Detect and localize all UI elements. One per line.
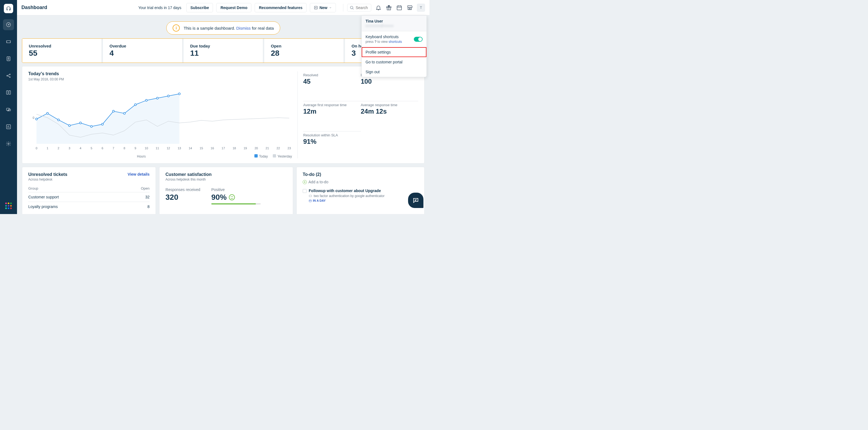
svg-point-52 [156,97,158,99]
trends-subtitle: 1st May 2018, 03:00 PM [28,78,292,81]
user-email: xxxxxxxxx@xxxxxx [366,24,423,28]
table-row[interactable]: Customer support32 [28,192,150,202]
calendar-small-icon [309,199,312,202]
svg-point-47 [101,123,103,125]
customer-portal-link[interactable]: Go to customer portal [362,57,427,67]
search-icon [350,5,354,10]
notifications-icon[interactable] [375,4,382,11]
subscribe-button[interactable]: Subscribe [186,3,213,12]
svg-text:6: 6 [101,147,103,150]
svg-text:21: 21 [266,147,269,150]
sign-out-link[interactable]: Sign out [362,67,427,77]
svg-text:5: 5 [91,147,92,150]
svg-point-48 [113,110,115,112]
svg-text:1: 1 [46,147,48,150]
svg-point-54 [178,93,180,95]
nav-tickets[interactable] [3,36,14,47]
todo-title: To-do (2) [303,172,418,177]
view-details-link[interactable]: View details [128,172,150,177]
svg-text:13: 13 [178,147,181,150]
svg-point-4 [7,75,7,76]
nav-social[interactable] [3,70,14,81]
todo-item[interactable]: Followup with customer about Upgrade two… [303,188,418,202]
svg-point-53 [167,95,169,97]
svg-text:23: 23 [288,147,291,150]
svg-text:18: 18 [233,147,236,150]
svg-text:0: 0 [36,147,37,150]
header: Dashboard Your trial ends in 17 days Sub… [17,0,430,16]
shortcuts-link[interactable]: shortcuts [389,40,402,43]
calendar-icon[interactable] [396,4,403,11]
stat-due-today[interactable]: Due today11 [184,39,263,63]
divider [343,4,343,11]
user-menu: Tina User xxxxxxxxx@xxxxxx Keyboard shor… [362,16,427,77]
app-logo[interactable] [4,4,13,13]
svg-text:2: 2 [58,147,59,150]
metric-first-response: Average first response time12m [303,101,361,128]
svg-point-41 [36,118,38,120]
kb-shortcuts-toggle[interactable] [414,37,423,42]
svg-point-3 [8,58,9,59]
csat-card: Customer satisfaction Across helpdesk th… [159,167,293,214]
csat-subtitle: Across helpdesk this month [165,178,287,181]
new-button-label: New [319,5,328,10]
user-name: Tina User [366,19,423,23]
unresolved-title: Unresolved tickets [28,172,67,177]
add-todo-button[interactable]: + Add a to-do [303,180,418,184]
svg-point-12 [350,6,353,8]
header-icons [375,4,413,11]
marketplace-icon[interactable] [406,4,413,11]
stat-overdue[interactable]: Overdue4 [103,39,183,63]
stat-open[interactable]: Open28 [264,39,344,63]
svg-rect-7 [7,108,10,110]
checkbox[interactable] [303,189,307,193]
nav-solutions[interactable] [3,87,14,98]
nav-contacts[interactable] [3,53,14,64]
svg-text:9: 9 [134,147,136,150]
nav-admin[interactable] [3,138,14,149]
svg-text:7: 7 [113,147,114,150]
svg-text:3: 3 [69,147,70,150]
new-button[interactable]: New [310,3,336,12]
svg-text:12: 12 [166,147,170,150]
user-avatar-button[interactable]: T [417,4,425,12]
search-box[interactable] [347,4,371,11]
svg-rect-15 [397,6,402,10]
chat-fab[interactable] [408,193,424,208]
svg-point-50 [134,104,136,106]
recommended-features-button[interactable]: Recommended features [255,3,307,12]
svg-text:20: 20 [255,147,258,150]
nav-reports[interactable] [3,121,14,132]
app-switcher-icon[interactable] [5,203,12,209]
svg-point-6 [9,76,10,78]
svg-point-10 [8,143,9,145]
svg-text:11: 11 [156,147,159,150]
svg-text:16: 16 [211,147,214,150]
svg-point-42 [46,113,49,115]
positive-bar [211,203,261,205]
trends-card: Today's trends 1st May 2018, 03:00 PM 00… [22,66,425,163]
page-title: Dashboard [22,5,47,10]
svg-text:19: 19 [244,147,247,150]
search-input[interactable] [355,5,369,10]
sidebar [0,0,17,214]
profile-settings-link[interactable]: Profile settings [362,47,427,57]
svg-rect-56 [309,200,311,202]
x-axis-label: Hours [137,154,146,158]
svg-point-46 [91,125,92,127]
metric-avg-response: Average response time24m 12s [361,101,418,128]
nav-dashboard[interactable] [3,19,14,30]
svg-text:22: 22 [277,147,280,150]
info-icon: i [173,24,180,32]
table-row[interactable]: Loyalty programs8 [28,202,150,211]
svg-point-44 [69,125,70,126]
dismiss-link[interactable]: Dismiss [236,26,251,30]
request-demo-button[interactable]: Request Demo [216,3,251,12]
stat-unresolved[interactable]: Unresolved55 [22,39,102,63]
kb-shortcuts-hint: press ? to view shortcuts [366,40,402,43]
legend-yesterday: Yesterday [273,154,292,158]
svg-text:4: 4 [80,147,81,150]
trends-chart: 001234567891011121314151617181920212223 [28,89,292,152]
nav-forums[interactable] [3,104,14,115]
gift-icon[interactable] [385,4,392,11]
